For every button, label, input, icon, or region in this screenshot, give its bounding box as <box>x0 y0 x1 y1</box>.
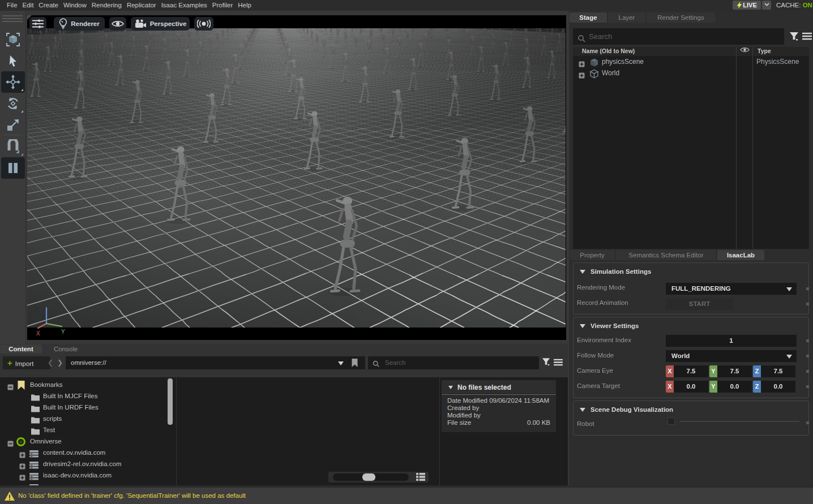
svg-text:X: X <box>36 330 40 337</box>
svg-text:Y: Y <box>61 329 65 335</box>
